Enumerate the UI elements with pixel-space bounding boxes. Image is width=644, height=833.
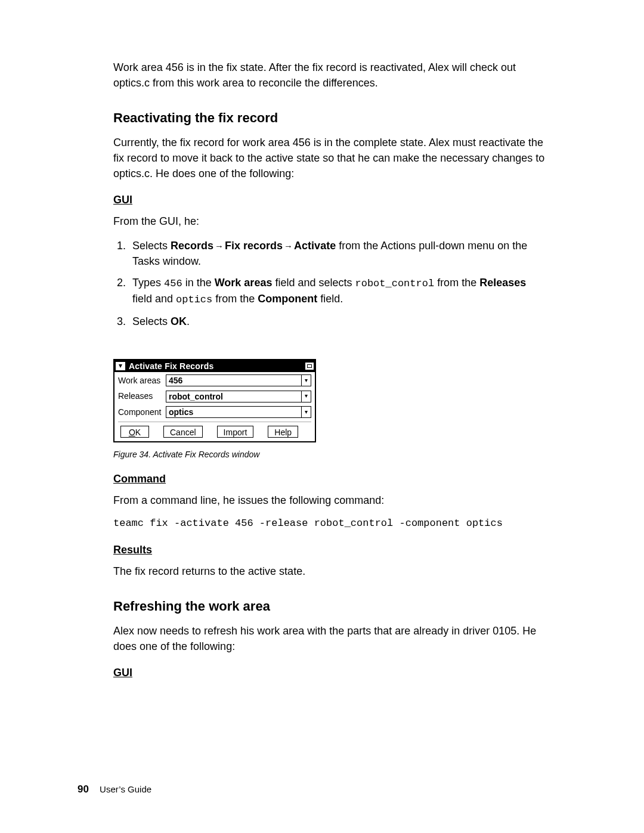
work-areas-input[interactable]: 456 [166,374,302,386]
ok-button[interactable]: OK [120,426,149,438]
text: from the [212,293,258,305]
text: field and [132,293,176,305]
component-label: Component [118,406,166,418]
step-2: Types 456 in the Work areas field and se… [129,275,549,308]
document-page: Work area 456 is in the fix state. After… [0,0,644,833]
row-releases: Releases robot_control ▾ [118,390,311,402]
releases-input[interactable]: robot_control [166,391,302,402]
dropdown-icon[interactable]: ▾ [302,391,311,402]
ok-underline: O [129,428,135,437]
gui-subheading-2: GUI [113,665,549,680]
section1-paragraph: Currently, the fix record for work area … [113,135,549,181]
row-component: Component optics ▾ [118,406,311,418]
figure-caption: Figure 34. Activate Fix Records window [113,448,549,460]
bold: Fix records [225,240,283,252]
releases-label: Releases [118,390,166,402]
gui-steps-list: Selects Records→Fix records→Activate fro… [113,238,549,330]
code: robot_control [355,278,435,289]
work-areas-label: Work areas [118,374,166,386]
row-work-areas: Work areas 456 ▾ [118,374,311,386]
gui-intro: From the GUI, he: [113,213,549,229]
dropdown-icon[interactable]: ▾ [302,406,311,418]
results-subheading: Results [113,542,549,558]
dialog-figure: ▾ Activate Fix Records Work areas 456 ▾ … [113,359,549,442]
code: 456 [164,278,182,289]
book-title: User’s Guide [100,784,151,794]
activate-fix-records-dialog: ▾ Activate Fix Records Work areas 456 ▾ … [113,359,316,442]
step-1: Selects Records→Fix records→Activate fro… [129,238,549,269]
help-button[interactable]: Help [268,426,298,438]
results-text: The fix record returns to the active sta… [113,563,549,579]
page-footer: 90 User’s Guide [78,782,151,797]
dropdown-icon[interactable]: ▾ [302,374,311,386]
releases-field: robot_control ▾ [166,391,311,402]
arrow-icon: → [283,241,294,251]
system-menu-icon[interactable]: ▾ [116,362,125,370]
text: Selects [132,240,171,252]
dialog-button-row: OK Cancel Import Help [118,422,311,441]
bold: Records [171,240,213,252]
command-intro: From a command line, he issues the follo… [113,493,549,508]
arrow-icon: → [213,241,225,251]
component-field: optics ▾ [166,406,311,418]
bold: Work areas [215,277,273,289]
section2-paragraph: Alex now needs to refresh his work area … [113,623,549,654]
dialog-title-text: Activate Fix Records [129,360,303,372]
dialog-titlebar: ▾ Activate Fix Records [114,360,315,372]
text: . [187,315,190,327]
text: from the [434,277,479,289]
section-heading-reactivating: Reactivating the fix record [113,109,549,128]
text: in the [182,277,215,289]
command-subheading: Command [113,471,549,487]
gui-subheading: GUI [113,192,549,208]
command-line: teamc fix -activate 456 -release robot_c… [113,516,549,531]
minimize-icon[interactable] [305,363,314,370]
cancel-button[interactable]: Cancel [163,426,203,438]
code: optics [176,294,212,305]
bold: OK [171,315,187,327]
text: field. [317,293,343,305]
section-heading-refreshing: Refreshing the work area [113,597,549,616]
work-areas-field: 456 ▾ [166,374,311,386]
dialog-body: Work areas 456 ▾ Releases robot_control … [114,372,315,441]
ok-rest: K [135,428,141,437]
component-input[interactable]: optics [166,406,302,418]
page-number: 90 [78,784,89,795]
bold: Activate [294,240,336,252]
text: Types [132,277,164,289]
bold: Component [258,293,317,305]
import-button[interactable]: Import [217,426,254,438]
intro-paragraph: Work area 456 is in the fix state. After… [113,60,549,91]
bold: Releases [479,277,526,289]
step-3: Selects OK. [129,314,549,329]
text: field and selects [272,277,355,289]
text: Selects [132,315,171,327]
